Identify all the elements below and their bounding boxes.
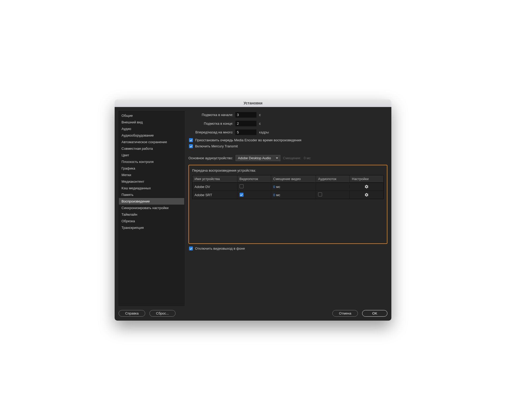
enable-mercury-checkbox[interactable] (189, 144, 193, 148)
preferences-sidebar: ОбщиеВнешний видАудиоАудиооборудованиеАв… (119, 111, 184, 306)
pause-encoder-label: Приостановить очередь Media Encoder во в… (195, 138, 301, 142)
audio-device-dropdown[interactable]: Adobe Desktop Audio (236, 155, 280, 161)
device-video-cell (237, 183, 271, 191)
step-input[interactable] (235, 129, 256, 135)
disable-video-background-checkbox[interactable] (189, 247, 193, 250)
preferences-content: Подмотка в начале: с Подмотка в конце: с… (188, 111, 387, 306)
device-video-checkbox[interactable] (240, 193, 244, 197)
audio-device-value: Adobe Desktop Audio (238, 156, 271, 160)
reset-button[interactable]: Сброс... (149, 310, 176, 317)
col-video-stream: Видеопоток (237, 175, 271, 182)
audio-device-label: Основное аудиоустройство: (188, 156, 233, 160)
sidebar-item-14[interactable]: Синхронизировать настройки (119, 205, 184, 211)
device-video-offset[interactable]: 0мс (271, 191, 316, 199)
device-table: Имя устройства Видеопоток Смещение видео… (192, 175, 384, 199)
sidebar-item-13[interactable]: Воспроизведение (119, 198, 184, 205)
col-audio-stream: Аудиопоток (316, 175, 350, 182)
ok-button[interactable]: OK (362, 310, 387, 317)
sidebar-item-9[interactable]: Метки (119, 172, 184, 178)
sidebar-item-1[interactable]: Внешний вид (119, 119, 184, 125)
device-audio-cell (316, 185, 350, 188)
sidebar-item-4[interactable]: Автоматическое сохранение (119, 139, 184, 145)
postroll-label: Подмотка в конце: (188, 122, 233, 125)
device-name: Adobe SRT (192, 191, 237, 199)
device-table-head: Имя устройства Видеопоток Смещение видео… (192, 175, 383, 183)
col-settings: Настройки (350, 175, 383, 182)
postroll-unit: с (259, 122, 261, 125)
sidebar-item-10[interactable]: Медиаконтент (119, 178, 184, 185)
col-device-name: Имя устройства (192, 175, 237, 182)
gear-icon[interactable] (364, 185, 369, 189)
dialog-title: Установки (244, 101, 262, 105)
audio-offset-label: Смещение: (283, 156, 301, 160)
sidebar-item-12[interactable]: Память (119, 191, 184, 198)
dialog-button-row: Справка Сброс... Отмена OK (119, 306, 387, 317)
device-settings-cell (350, 183, 383, 191)
device-video-offset[interactable]: 0мс (271, 183, 316, 190)
sidebar-item-15[interactable]: Таймлайн (119, 211, 184, 218)
audio-offset-value: 0 мс (304, 156, 310, 160)
device-settings-cell (350, 191, 383, 199)
sidebar-item-16[interactable]: Обрезка (119, 218, 184, 224)
device-name: Adobe DV (192, 183, 237, 190)
col-video-offset: Смещение видео (271, 175, 316, 182)
sidebar-item-6[interactable]: Цвет (119, 152, 184, 158)
disable-video-background-label: Отключить видеовыход в фоне (195, 247, 245, 250)
preroll-input[interactable] (235, 112, 256, 118)
preroll-label: Подмотка в начале: (188, 113, 233, 117)
postroll-input[interactable] (235, 121, 256, 126)
step-unit: кадры (259, 130, 269, 134)
pause-encoder-checkbox[interactable] (189, 138, 193, 142)
cancel-button[interactable]: Отмена (332, 310, 358, 317)
help-button[interactable]: Справка (119, 310, 145, 317)
gear-icon[interactable] (364, 193, 369, 197)
dialog-body: ОбщиеВнешний видАудиоАудиооборудованиеАв… (115, 107, 391, 321)
preferences-dialog: Установки ОбщиеВнешний видАудиоАудиообор… (115, 99, 391, 321)
device-panel-title: Передача воспроизведения устройства: (192, 168, 384, 172)
sidebar-item-11[interactable]: Кэш медиаданных (119, 185, 184, 191)
device-row: Adobe DV0мс (192, 183, 383, 191)
sidebar-item-0[interactable]: Общие (119, 112, 184, 119)
device-video-cell (237, 191, 271, 199)
sidebar-item-8[interactable]: Графика (119, 165, 184, 172)
device-video-checkbox[interactable] (240, 184, 244, 188)
device-audio-cell (316, 191, 350, 199)
preroll-unit: с (259, 113, 261, 117)
sidebar-item-3[interactable]: Аудиооборудование (119, 132, 184, 139)
sidebar-item-7[interactable]: Плоскость контроля (119, 158, 184, 165)
sidebar-item-17[interactable]: Транскрипция (119, 224, 184, 231)
enable-mercury-label: Включить Mercury Transmit (195, 144, 238, 148)
sidebar-item-5[interactable]: Совместная работа (119, 145, 184, 152)
device-transmit-panel: Передача воспроизведения устройства: Имя… (188, 165, 387, 244)
title-bar: Установки (115, 99, 391, 107)
device-audio-checkbox[interactable] (318, 192, 322, 196)
main-columns: ОбщиеВнешний видАудиоАудиооборудованиеАв… (119, 111, 387, 306)
step-label: Вперед/назад на много: (188, 130, 233, 134)
device-row: Adobe SRT0мс (192, 191, 383, 199)
sidebar-item-2[interactable]: Аудио (119, 125, 184, 132)
